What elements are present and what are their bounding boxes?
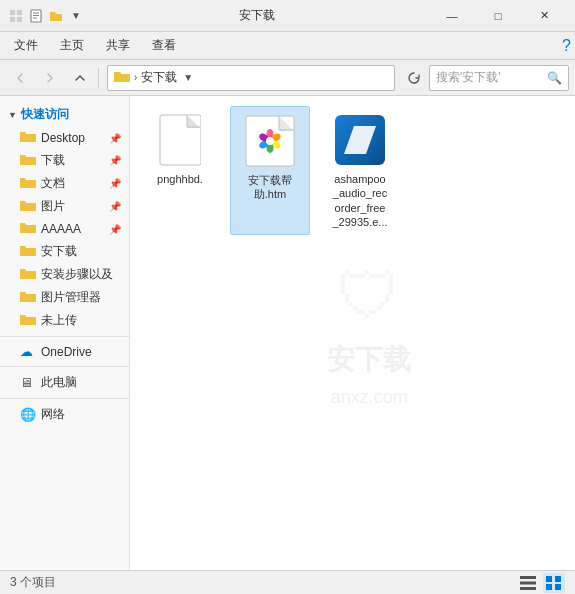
quick-access-label: 快速访问 <box>21 106 69 123</box>
file-item-ashampoo[interactable]: ashampoo_audio_recorder_free_29935.e... <box>320 106 400 235</box>
menu-home[interactable]: 主页 <box>50 33 94 58</box>
file-icon-exe <box>332 112 388 168</box>
folder-icon <box>20 244 36 260</box>
toolbar: › 安下载 ▼ 搜索'安下载' 🔍 <box>0 60 575 96</box>
watermark-text: 安下载 <box>327 341 411 379</box>
list-view-button[interactable] <box>517 573 539 593</box>
breadcrumb-dropdown-icon[interactable]: ▼ <box>183 72 193 83</box>
folder-icon <box>20 313 36 329</box>
pc-icon: 🖥 <box>20 375 36 390</box>
sidebar-item-onedrive[interactable]: ☁ OneDrive <box>0 341 129 362</box>
file-item-htm[interactable]: 安下载帮助.htm <box>230 106 310 235</box>
sidebar-item-aaaaa[interactable]: AAAAA 📌 <box>0 218 129 240</box>
watermark: 🛡 安下载 anxz.com <box>327 259 411 408</box>
cloud-icon: ☁ <box>20 344 36 359</box>
status-item-count: 3 个项目 <box>10 574 56 591</box>
sidebar-item-anzaixia[interactable]: 安下载 <box>0 240 129 263</box>
breadcrumb-bar[interactable]: › 安下载 ▼ <box>107 65 395 91</box>
menu-share[interactable]: 共享 <box>96 33 140 58</box>
toolbar-separator <box>98 68 99 88</box>
status-bar: 3 个项目 <box>0 570 575 594</box>
pin-icon: 📌 <box>109 201 121 212</box>
svg-point-17 <box>266 137 274 145</box>
title-text: 安下载 <box>84 7 429 24</box>
arrow-down-icon: ▼ <box>68 8 84 24</box>
title-controls: — □ ✕ <box>429 0 567 32</box>
sidebar-item-downloads[interactable]: 下载 📌 <box>0 149 129 172</box>
svg-rect-24 <box>555 576 561 582</box>
forward-button[interactable] <box>36 65 64 91</box>
sidebar-divider-2 <box>0 366 129 367</box>
folder-icon <box>20 290 36 306</box>
chevron-down-icon: ▼ <box>8 110 17 120</box>
sidebar-item-pictures[interactable]: 图片 📌 <box>0 195 129 218</box>
sidebar-item-network[interactable]: 🌐 网络 <box>0 403 129 426</box>
folder-icon-title <box>48 8 64 24</box>
sidebar-quick-access-header[interactable]: ▼ 快速访问 <box>0 102 129 127</box>
help-button[interactable]: ? <box>562 37 571 55</box>
file-label: 安下载帮助.htm <box>248 173 292 202</box>
svg-rect-26 <box>555 584 561 590</box>
refresh-button[interactable] <box>401 65 427 91</box>
svg-rect-0 <box>10 10 15 15</box>
pin-icon: 📌 <box>109 224 121 235</box>
breadcrumb-folder-icon <box>114 70 130 86</box>
sidebar-divider <box>0 336 129 337</box>
svg-rect-1 <box>17 10 22 15</box>
file-label: pnghhbd. <box>157 172 203 186</box>
pin-icon: 📌 <box>109 133 121 144</box>
sidebar-divider-3 <box>0 398 129 399</box>
sidebar-item-documents[interactable]: 文档 📌 <box>0 172 129 195</box>
folder-icon <box>20 176 36 192</box>
sidebar-item-install-steps[interactable]: 安装步骤以及 <box>0 263 129 286</box>
sidebar-item-this-pc[interactable]: 🖥 此电脑 <box>0 371 129 394</box>
sidebar-item-label: OneDrive <box>41 345 92 359</box>
sidebar-item-label: 网络 <box>41 406 65 423</box>
file-icon-blank <box>152 112 208 168</box>
sidebar-item-label: Desktop <box>41 131 85 145</box>
sidebar-item-desktop[interactable]: Desktop 📌 <box>0 127 129 149</box>
svg-rect-25 <box>546 584 552 590</box>
search-placeholder: 搜索'安下载' <box>436 69 543 86</box>
back-button[interactable] <box>6 65 34 91</box>
file-label: ashampoo_audio_recorder_free_29935.e... <box>332 172 387 229</box>
close-button[interactable]: ✕ <box>521 0 567 32</box>
sidebar-item-label: 文档 <box>41 175 65 192</box>
sidebar: ▼ 快速访问 Desktop 📌 下载 📌 文档 📌 <box>0 96 130 570</box>
svg-rect-21 <box>520 581 536 584</box>
maximize-button[interactable]: □ <box>475 0 521 32</box>
sidebar-item-label: 此电脑 <box>41 374 77 391</box>
minimize-button[interactable]: — <box>429 0 475 32</box>
menu-view[interactable]: 查看 <box>142 33 186 58</box>
sidebar-item-label: 安装步骤以及 <box>41 266 113 283</box>
sidebar-item-label: 安下载 <box>41 243 77 260</box>
svg-rect-8 <box>160 115 201 165</box>
grid-view-button[interactable] <box>543 573 565 593</box>
watermark-subtext: anxz.com <box>331 387 408 408</box>
sidebar-item-label: AAAAA <box>41 222 81 236</box>
folder-icon <box>20 221 36 237</box>
search-bar[interactable]: 搜索'安下载' 🔍 <box>429 65 569 91</box>
up-button[interactable] <box>66 65 94 91</box>
sidebar-item-picture-manager[interactable]: 图片管理器 <box>0 286 129 309</box>
menu-file[interactable]: 文件 <box>4 33 48 58</box>
breadcrumb-separator: › <box>134 72 137 83</box>
menu-bar: 文件 主页 共享 查看 ? <box>0 32 575 60</box>
sidebar-item-label: 下载 <box>41 152 65 169</box>
sidebar-item-label: 图片 <box>41 198 65 215</box>
svg-rect-23 <box>546 576 552 582</box>
sidebar-item-not-uploaded[interactable]: 未上传 <box>0 309 129 332</box>
view-controls <box>517 573 565 593</box>
doc-icon <box>28 8 44 24</box>
folder-icon <box>20 267 36 283</box>
svg-rect-3 <box>17 17 22 22</box>
folder-icon <box>20 153 36 169</box>
svg-rect-22 <box>520 587 536 590</box>
file-icon-htm <box>242 113 298 169</box>
pin-icon: 📌 <box>109 178 121 189</box>
file-item-pnghhbd[interactable]: pnghhbd. <box>140 106 220 235</box>
pin-icon: 📌 <box>109 155 121 166</box>
title-bar-icons: ▼ <box>8 8 84 24</box>
title-bar: ▼ 安下载 — □ ✕ <box>0 0 575 32</box>
file-area: 🛡 安下载 anxz.com pnghhbd. <box>130 96 575 570</box>
